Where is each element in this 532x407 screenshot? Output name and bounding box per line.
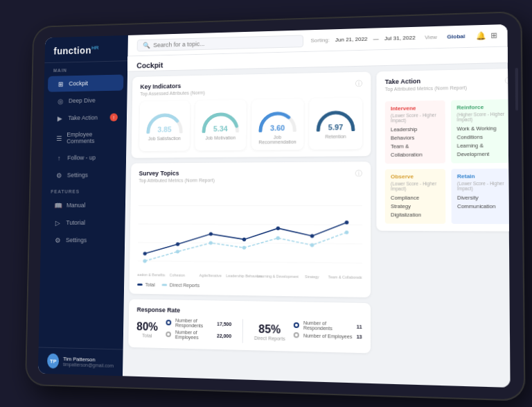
- reinforce-sub: (Higher Score - Higher Impact): [456, 111, 506, 121]
- legend-total: Total: [137, 282, 155, 286]
- retain-item-2: Communication: [457, 202, 507, 210]
- svg-line-3: [138, 261, 362, 263]
- svg-line-1: [138, 224, 362, 225]
- sidebar-item-settings[interactable]: ⚙ Settings: [46, 166, 122, 183]
- survey-info-icon[interactable]: ⓘ: [355, 168, 362, 178]
- direct-respondents-value: 11: [357, 324, 362, 329]
- intervene-title: Intervene: [391, 104, 439, 111]
- chart-area: Compensation & Benefits Cohesion Agile/I…: [137, 190, 362, 282]
- view-btn-global[interactable]: Global: [443, 31, 468, 41]
- svg-point-9: [310, 234, 314, 238]
- key-indicators-title: Key Indicators: [140, 82, 204, 90]
- retention-label: Retention: [325, 134, 346, 139]
- direct-stats: Number of Respondents 11 Number of Emplo…: [294, 320, 362, 345]
- svg-point-7: [242, 237, 246, 241]
- sidebar-item-label: Take Action: [68, 114, 98, 121]
- direct-respondents-circle: [294, 322, 299, 327]
- sidebar-item-settings2[interactable]: ⚙ Settings: [44, 232, 121, 248]
- survey-topics-title: Survey Topics: [139, 169, 215, 176]
- survey-topics-subtitle: Top Attributed Metrics (Norm Report): [139, 177, 214, 182]
- employees-value: 22,000: [217, 333, 231, 338]
- svg-point-8: [276, 226, 280, 230]
- total-percent: 80%: [136, 320, 158, 333]
- user-email: timpatterson@gmail.com: [63, 362, 114, 368]
- reinforce-title: Reinforce: [456, 103, 506, 110]
- direct-employees-value: 13: [357, 334, 362, 338]
- bell-icon[interactable]: 🔔: [476, 31, 486, 40]
- sidebar-item-deepdive[interactable]: ◎ Deep Dive: [47, 92, 123, 109]
- response-direct: 85% Direct Reports: [254, 319, 285, 343]
- sort-label: Sorting:: [310, 37, 330, 44]
- search-icon: 🔍: [143, 42, 150, 49]
- search-input[interactable]: [153, 37, 297, 48]
- screen: functionHR MAIN ⊞ Cockpit ◎ Deep Dive ▶ …: [38, 24, 511, 387]
- tablet-frame: functionHR MAIN ⊞ Cockpit ◎ Deep Dive ▶ …: [25, 11, 526, 401]
- indicators-row: 3.85 Job Satisfaction: [139, 97, 362, 150]
- quadrant-reinforce: Reinforce (Higher Score - Higher Impact)…: [451, 99, 511, 163]
- logo-sup: HR: [91, 44, 99, 51]
- view-toggle: View Global: [421, 31, 469, 42]
- direct-percent-block: 85% Direct Reports: [254, 322, 285, 340]
- avatar: TP: [47, 353, 60, 368]
- svg-text:Agile/Iterative: Agile/Iterative: [200, 272, 222, 277]
- date-separator: —: [373, 35, 379, 42]
- legend-reports-label: Direct Reports: [170, 282, 200, 288]
- sidebar-item-followup[interactable]: ↑ Follow - up: [46, 149, 123, 166]
- quadrant-intervene: Intervene (Lower Score - Higher Impact) …: [385, 100, 445, 163]
- sidebar-item-takeaction[interactable]: ▶ Take Action !: [47, 109, 123, 126]
- motivation-value: 5.34: [213, 124, 228, 132]
- direct-percent: 85%: [254, 322, 285, 336]
- svg-point-11: [143, 259, 146, 262]
- sidebar: functionHR MAIN ⊞ Cockpit ◎ Deep Dive ▶ …: [38, 35, 128, 375]
- respondents-circle: [166, 320, 172, 325]
- svg-text:Learning & Development: Learning & Development: [257, 273, 299, 278]
- sidebar-item-label: Follow - up: [67, 154, 96, 161]
- retain-items: Diversity Communication: [457, 193, 507, 211]
- legend-total-dot: [137, 283, 143, 285]
- gauge-satisfaction: 3.85: [145, 108, 185, 133]
- sidebar-item-manual[interactable]: 📖 Manual: [45, 197, 121, 213]
- chart-legend: Total Direct Reports: [137, 282, 362, 290]
- grid-icon[interactable]: ⊞: [490, 31, 497, 40]
- sidebar-item-label: Settings: [67, 171, 88, 178]
- avatar-info: Tim Patterson timpatterson@gmail.com: [63, 356, 114, 368]
- settings2-icon: ⚙: [53, 236, 61, 244]
- sidebar-item-label: Deep Dive: [69, 96, 96, 103]
- retain-sub: (Lower Score - Higher Impact): [457, 180, 507, 191]
- quadrant-grid: Intervene (Lower Score - Higher Impact) …: [385, 99, 511, 224]
- user-profile[interactable]: TP Tim Patterson timpatterson@gmail.com: [38, 347, 123, 376]
- svg-point-10: [345, 220, 349, 225]
- cockpit-icon: ⊞: [57, 80, 64, 88]
- satisfaction-label: Job Satisfaction: [148, 136, 181, 141]
- view-btn-view[interactable]: View: [421, 32, 441, 42]
- indicators-info-icon[interactable]: ⓘ: [355, 78, 362, 88]
- observe-items: Compliance Strategy Digitalization: [391, 193, 440, 219]
- svg-point-14: [242, 245, 246, 249]
- direct-respondents-row: Number of Respondents 11: [294, 320, 362, 331]
- recommendation-label: Job Recommendation: [257, 135, 298, 145]
- direct-employees-circle: [294, 332, 299, 338]
- takeaction-badge: !: [110, 113, 118, 121]
- direct-employees-label: Number of Employees: [303, 332, 353, 338]
- search-box[interactable]: 🔍: [137, 34, 304, 51]
- response-rate-content: 80% Total Number of Respondents 17,500: [136, 317, 362, 345]
- take-action-card: Take Action Top Attributed Metrics (Norm…: [376, 68, 510, 231]
- recommendation-value: 3.60: [270, 123, 285, 132]
- logo-text: function: [53, 44, 91, 56]
- respondents-label: Number of Respondents: [175, 318, 213, 328]
- sidebar-item-tutorial[interactable]: ▷ Tutorial: [45, 214, 121, 231]
- observe-sub: (Lower Score - Higher Impact): [391, 181, 440, 191]
- legend-total-label: Total: [145, 282, 155, 287]
- response-rate-title: Response Rate: [137, 306, 362, 317]
- legend-reports-dot: [161, 284, 167, 286]
- takeaction-icon: ▶: [56, 114, 64, 122]
- intervene-items: Leadership Behaviors Team & Collaboratio…: [391, 125, 440, 159]
- followup-icon: ↑: [55, 153, 63, 162]
- quadrant-observe: Observe (Lower Score - Higher Impact) Co…: [385, 168, 446, 223]
- sidebar-item-cockpit[interactable]: ⊞ Cockpit: [48, 74, 123, 92]
- tutorial-icon: ▷: [54, 218, 62, 227]
- sidebar-item-comments[interactable]: ☰ Employee Comments: [46, 126, 123, 148]
- svg-text:Team & Collaboration: Team & Collaboration: [328, 274, 362, 279]
- take-action-info-icon[interactable]: ⓘ: [505, 76, 511, 86]
- indicator-retention: 5.97 Retention: [309, 97, 362, 149]
